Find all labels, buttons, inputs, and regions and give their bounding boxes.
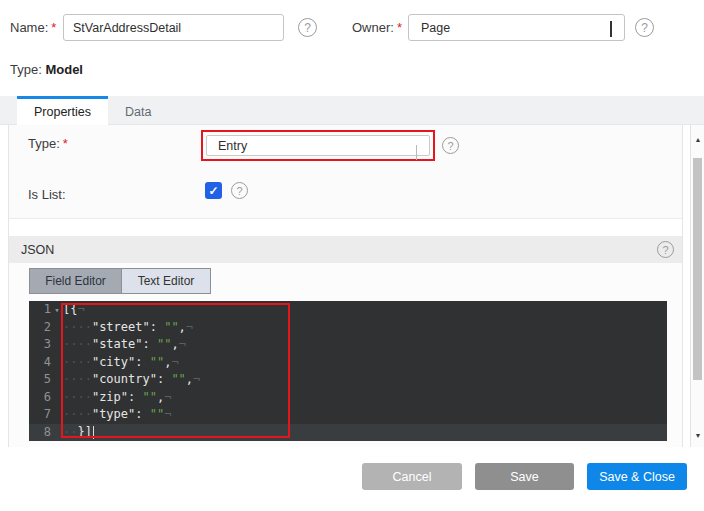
code-line[interactable]: 7····"type": ""¬ (29, 406, 667, 424)
code-line[interactable]: 8··}] (29, 424, 667, 442)
line-number: 3 (29, 336, 51, 354)
is-list-help-icon[interactable]: ? (231, 182, 248, 199)
code-token: "" (150, 355, 164, 369)
owner-select-value: Page (421, 21, 450, 35)
code-token: "city": (92, 355, 150, 369)
line-number: 5 (29, 371, 51, 389)
chevron-down-icon (416, 145, 417, 159)
line-number: 1 (29, 301, 51, 319)
code-token: ¬ (193, 372, 200, 386)
name-input[interactable] (63, 14, 284, 41)
code-token: ···· (63, 320, 92, 334)
code-token: "state": (92, 337, 157, 351)
variable-type-value: Model (45, 62, 83, 77)
code-token: , (179, 320, 186, 334)
code-token: "zip": (92, 390, 143, 404)
type-help-icon[interactable]: ? (442, 137, 459, 154)
type-islist-section: Type:* Entry ? Is List: ✓ ? (9, 125, 682, 219)
code-token: ·· (63, 425, 77, 439)
code-lines: 1▾[{¬2····"street": "",¬3····"state": ""… (29, 301, 667, 441)
line-number: 2 (29, 319, 51, 337)
code-token: "type": (92, 407, 150, 421)
owner-select[interactable]: Page (408, 14, 625, 41)
code-line[interactable]: 2····"street": "",¬ (29, 319, 667, 337)
code-token: , (171, 337, 178, 351)
scrollbar-thumb[interactable] (693, 158, 702, 380)
code-token: "" (171, 372, 185, 386)
code-token: ¬ (77, 302, 84, 316)
code-token: ¬ (164, 390, 171, 404)
tab-data[interactable]: Data (108, 96, 168, 124)
code-token: "" (150, 407, 164, 421)
code-token: ···· (63, 337, 92, 351)
line-number: 4 (29, 354, 51, 372)
code-token: ¬ (171, 355, 178, 369)
line-number: 6 (29, 389, 51, 407)
code-token: "street": (92, 320, 164, 334)
field-editor-button[interactable]: Field Editor (30, 269, 121, 293)
code-token: ¬ (179, 337, 186, 351)
scroll-down-icon[interactable]: ▼ (691, 432, 704, 439)
text-cursor (93, 426, 94, 439)
code-token: ···· (63, 390, 92, 404)
tabs-bar: Properties Data (0, 96, 704, 125)
editor-mode-toggle: Field Editor Text Editor (29, 268, 211, 294)
chevron-down-icon (610, 21, 612, 35)
code-token: "country": (92, 372, 171, 386)
code-token: ···· (63, 355, 92, 369)
annotation-box-type-select: Entry (201, 130, 435, 161)
code-token: [{ (63, 302, 77, 316)
name-label: Name:* (10, 20, 56, 35)
json-help-icon[interactable]: ? (657, 241, 674, 258)
vertical-scrollbar: ▲ ▼ (690, 125, 704, 447)
type-field-label: Type:* (28, 136, 68, 151)
code-line[interactable]: 5····"country": "",¬ (29, 371, 667, 389)
code-line[interactable]: 1▾[{¬ (29, 301, 667, 319)
type-select[interactable]: Entry (206, 135, 430, 156)
required-asterisk: * (51, 20, 56, 35)
code-token: "" (142, 390, 156, 404)
checkmark-icon: ✓ (208, 184, 218, 198)
json-code-editor[interactable]: 1▾[{¬2····"street": "",¬3····"state": ""… (29, 301, 667, 441)
save-button[interactable]: Save (475, 463, 574, 490)
owner-label: Owner:* (352, 20, 402, 35)
code-token: ···· (63, 407, 92, 421)
line-number: 7 (29, 406, 51, 424)
code-token: , (186, 372, 193, 386)
is-list-label: Is List: (28, 187, 66, 202)
json-section-title: JSON (21, 243, 54, 257)
required-asterisk: * (397, 20, 402, 35)
code-token: "" (164, 320, 178, 334)
code-token: "" (157, 337, 171, 351)
save-and-close-button[interactable]: Save & Close (587, 463, 687, 490)
owner-help-icon[interactable]: ? (635, 18, 654, 37)
line-number: 8 (29, 424, 51, 442)
type-select-value: Entry (218, 139, 247, 153)
code-line[interactable]: 6····"zip": "",¬ (29, 389, 667, 407)
json-section-header: JSON ? (9, 236, 682, 263)
is-list-checkbox[interactable]: ✓ (205, 182, 222, 199)
name-help-icon[interactable]: ? (298, 18, 317, 37)
json-section: JSON ? Field Editor Text Editor 1▾[{¬2··… (9, 236, 682, 447)
code-token: }] (77, 425, 91, 439)
code-line[interactable]: 3····"state": "",¬ (29, 336, 667, 354)
properties-tab-panel: Type:* Entry ? Is List: ✓ ? JSON ? (8, 125, 683, 447)
code-line[interactable]: 4····"city": "",¬ (29, 354, 667, 372)
code-token: ···· (63, 372, 92, 386)
required-asterisk: * (63, 136, 68, 151)
code-token: ¬ (186, 320, 193, 334)
variable-type-text: Type: Model (10, 62, 83, 77)
code-token: ¬ (164, 407, 171, 421)
fold-arrow-icon[interactable]: ▾ (51, 302, 63, 320)
cancel-button[interactable]: Cancel (362, 463, 462, 490)
scroll-up-icon[interactable]: ▲ (691, 136, 704, 143)
tab-properties[interactable]: Properties (17, 96, 108, 125)
text-editor-button[interactable]: Text Editor (121, 269, 210, 293)
